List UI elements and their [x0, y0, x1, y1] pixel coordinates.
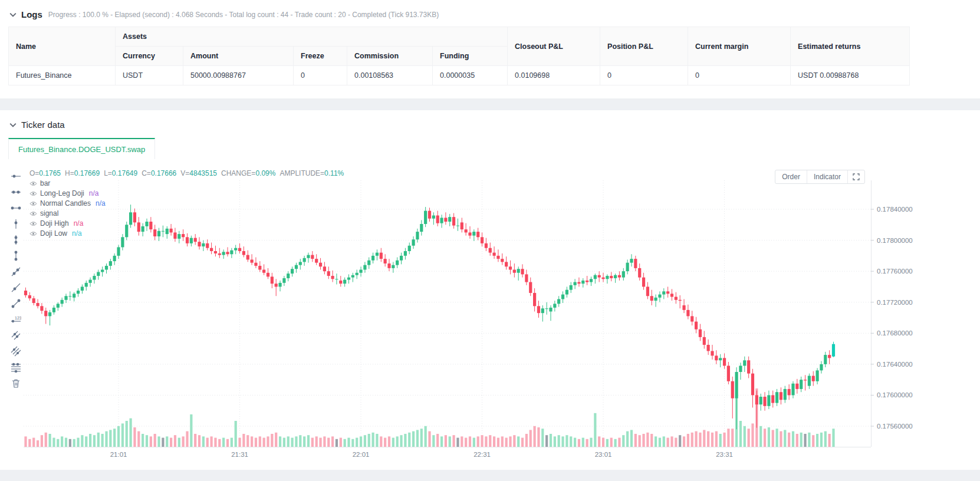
volume-bar — [796, 434, 798, 447]
legend-item: Normal Candlesn/a — [29, 199, 348, 209]
candle — [570, 285, 573, 290]
candle — [618, 275, 621, 278]
eye-icon[interactable] — [29, 180, 37, 187]
volume-bar — [291, 438, 294, 447]
volume-bar — [340, 438, 342, 447]
price-axis-label: 0.17600000 — [877, 391, 913, 398]
parallel-channel-tool[interactable] — [11, 346, 21, 357]
tab-futures-binance-doge-usdt-swap[interactable]: Futures_Binance.DOGE_USDT.swap — [8, 138, 155, 159]
candle — [606, 276, 609, 279]
candle — [581, 281, 584, 284]
volume-bar — [202, 436, 205, 447]
candle — [601, 278, 604, 279]
volume-bar — [425, 426, 427, 447]
candlestick-chart[interactable]: 0.178400000.178000000.177600000.17720000… — [24, 165, 980, 463]
horizontal-channel-tool[interactable] — [11, 362, 21, 373]
horizontal-segment-tool[interactable] — [11, 187, 21, 197]
parallel-lines-tool[interactable] — [11, 330, 21, 341]
legend-label: bar — [40, 179, 50, 189]
volume-bar — [85, 436, 87, 447]
candle — [816, 370, 819, 381]
price-axis-label: 0.17800000 — [877, 237, 913, 244]
volume-bar — [828, 434, 831, 447]
price-axis-label: 0.17720000 — [877, 299, 913, 306]
volume-bar — [307, 435, 310, 447]
chart-area: 123 0.178400000.178000000.177600000.1772… — [0, 165, 980, 463]
volume-bar — [178, 438, 180, 447]
collapse-ticker-icon[interactable] — [9, 122, 17, 128]
volume-bar — [634, 434, 637, 447]
volume-bar — [69, 439, 71, 447]
cell-position-pnl: 0 — [600, 66, 688, 85]
candle — [461, 222, 463, 229]
volume-bar — [416, 430, 419, 447]
trend-line-tool[interactable] — [11, 266, 21, 277]
volume-bar — [432, 435, 435, 447]
fullscreen-icon[interactable] — [848, 170, 864, 183]
horizontal-ray-tool[interactable] — [11, 171, 21, 182]
volume-bar — [287, 436, 290, 447]
legend-item: signal — [29, 209, 348, 219]
volume-bar — [776, 429, 778, 447]
volume-bar — [691, 433, 693, 447]
candle — [763, 397, 766, 406]
volume-bar — [545, 435, 548, 447]
ticker-section: Ticker data Futures_Binance.DOGE_USDT.sw… — [0, 110, 980, 470]
svg-text:123: 123 — [15, 316, 21, 320]
candle — [771, 395, 774, 403]
volume-bar — [650, 434, 653, 447]
volume-bar — [530, 430, 532, 447]
volume-bar — [404, 434, 406, 447]
horizontal-line-tool[interactable] — [11, 203, 21, 213]
segment-tool[interactable] — [11, 298, 21, 309]
order-button[interactable]: Order — [775, 170, 807, 183]
candle — [735, 372, 738, 398]
indicator-button[interactable]: Indicator — [807, 170, 848, 183]
price-line-tool[interactable]: 123 — [11, 314, 21, 325]
volume-bar — [109, 430, 111, 447]
volume-bar — [481, 435, 483, 447]
volume-bar — [235, 421, 237, 447]
vertical-segment-tool[interactable] — [11, 235, 21, 245]
ohlc-readout: O=0.1765H=0.17669L=0.17649C=0.17666V=484… — [29, 169, 348, 179]
candle — [610, 276, 613, 278]
cell-closeout-pnl: 0.0109698 — [508, 66, 600, 85]
legend-item: Doji Lown/a — [29, 229, 348, 239]
volume-bar — [113, 429, 116, 447]
volume-bar — [626, 431, 629, 447]
vertical-line-tool[interactable] — [11, 251, 21, 261]
volume-bar — [816, 434, 818, 447]
volume-bar — [222, 438, 225, 447]
collapse-logs-icon[interactable] — [9, 12, 17, 18]
price-axis-label: 0.17560000 — [877, 423, 913, 430]
volume-bar — [565, 435, 568, 447]
volume-bar — [194, 434, 196, 447]
cell-funding: 0.0000035 — [433, 66, 508, 85]
volume-bar — [32, 438, 35, 447]
vertical-ray-tool[interactable] — [11, 219, 21, 229]
eye-icon[interactable] — [29, 200, 37, 207]
candle — [739, 365, 742, 372]
candle — [28, 295, 31, 298]
volume-bar — [238, 438, 241, 447]
candle — [331, 276, 334, 279]
candle — [650, 296, 653, 301]
volume-bar — [137, 431, 140, 447]
eye-icon[interactable] — [29, 190, 37, 197]
candle — [32, 298, 35, 303]
ray-tool[interactable] — [11, 282, 21, 293]
eye-icon[interactable] — [29, 210, 37, 218]
candle — [295, 265, 298, 269]
candle — [513, 270, 516, 273]
eye-icon[interactable] — [29, 220, 37, 228]
volume-bar — [327, 438, 330, 447]
delete-tool[interactable] — [11, 378, 21, 388]
volume-bar — [489, 435, 491, 447]
legend-value: n/a — [96, 199, 106, 209]
legend-value: n/a — [74, 219, 84, 229]
eye-icon[interactable] — [29, 230, 37, 238]
candle — [101, 270, 104, 272]
candle — [311, 255, 314, 259]
volume-bar — [683, 436, 685, 447]
volume-bar — [428, 431, 430, 447]
